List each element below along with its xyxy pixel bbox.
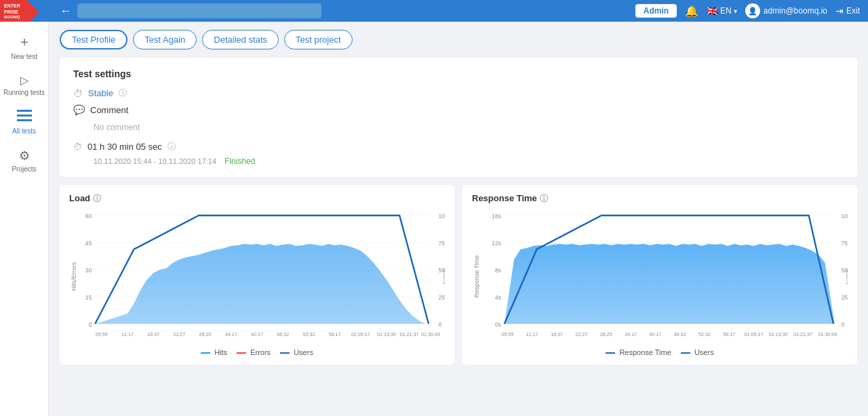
tab-bar: Test Profile Test Again Detailed stats T… xyxy=(60,30,857,49)
bell-icon[interactable]: 🔔 xyxy=(685,5,698,18)
svg-text:22:27: 22:27 xyxy=(173,331,185,337)
svg-text:Hits/Errors: Hits/Errors xyxy=(71,262,77,291)
language-selector[interactable]: 🇬🇧 EN ▾ xyxy=(707,5,737,16)
svg-text:0: 0 xyxy=(841,321,844,328)
svg-text:46:32: 46:32 xyxy=(277,331,289,337)
response-chart-svg: 0s 4s 8s 12s 16s 0 25 50 75 100 Response… xyxy=(472,209,848,344)
avatar: 👤 xyxy=(745,3,760,18)
svg-text:0: 0 xyxy=(89,321,92,328)
sidebar-item-all-tests[interactable]: All tests xyxy=(0,104,48,140)
svg-text:40:17: 40:17 xyxy=(649,331,661,337)
svg-marker-52 xyxy=(505,244,835,324)
logo-text: ENTER PRISE BOOMQ xyxy=(4,3,20,20)
lang-chevron-icon: ▾ xyxy=(734,7,737,15)
svg-rect-2 xyxy=(17,119,32,121)
response-chart-container: 0s 4s 8s 12s 16s 0 25 50 75 100 Response… xyxy=(472,209,848,344)
svg-text:52:32: 52:32 xyxy=(302,331,315,337)
exit-icon: ⇥ xyxy=(835,5,844,16)
svg-text:15: 15 xyxy=(85,294,92,301)
status-info-icon[interactable]: ⓘ xyxy=(119,87,127,99)
tab-test-again[interactable]: Test Again xyxy=(133,30,197,49)
svg-text:100: 100 xyxy=(841,213,848,220)
svg-text:01:30:09: 01:30:09 xyxy=(421,331,440,337)
svg-text:01:30:09: 01:30:09 xyxy=(818,331,837,337)
comment-value-container: No comment xyxy=(94,121,844,133)
svg-text:01:05:17: 01:05:17 xyxy=(351,331,370,337)
response-users-legend-item: Users xyxy=(681,348,714,356)
hits-legend-label: Hits xyxy=(214,348,227,356)
back-button[interactable]: ← xyxy=(60,4,72,18)
comment-row: 💬 Comment xyxy=(73,104,844,115)
sidebar-label-running-tests: Running tests xyxy=(3,89,45,96)
response-chart-legend: Response Time Users xyxy=(472,348,848,356)
time-range-label: 10.11.2020 15:44 - 10.11.2020 17:14 xyxy=(94,157,216,165)
svg-text:01:05:17: 01:05:17 xyxy=(745,331,764,337)
svg-text:16s: 16s xyxy=(492,213,501,220)
svg-text:05:55: 05:55 xyxy=(502,331,514,337)
load-chart-legend: Hits Errors Users xyxy=(69,348,445,356)
svg-text:Users: Users xyxy=(442,268,445,285)
user-menu[interactable]: 👤 admin@boomq.io xyxy=(745,3,827,18)
svg-text:16:37: 16:37 xyxy=(147,331,159,337)
svg-text:0s: 0s xyxy=(495,321,502,328)
sidebar-label-new-test: New test xyxy=(11,53,37,60)
play-icon: ▷ xyxy=(20,74,28,87)
flag-icon: 🇬🇧 xyxy=(707,5,718,16)
tab-detailed-stats[interactable]: Detailed stats xyxy=(202,30,279,49)
sidebar-item-new-test[interactable]: ＋ New test xyxy=(0,27,48,66)
svg-text:75: 75 xyxy=(438,240,445,247)
tab-test-project[interactable]: Test project xyxy=(284,30,352,49)
response-chart-card: Response Timeⓘ 0s 4s 8s 12s xyxy=(462,185,857,365)
exit-button[interactable]: ⇥ Exit xyxy=(835,5,860,16)
svg-rect-1 xyxy=(17,115,32,117)
load-chart-container: 0 15 30 45 60 0 25 50 75 100 Hits/Errors xyxy=(69,209,445,344)
plus-icon: ＋ xyxy=(18,33,31,51)
comment-label: Comment xyxy=(90,105,128,115)
svg-text:75: 75 xyxy=(841,240,848,247)
errors-legend-item: Errors xyxy=(237,348,271,356)
duration-row: ⏱ 01 h 30 min 05 sec ⓘ xyxy=(73,141,844,152)
charts-row: Loadⓘ 0 15 30 45 60 xyxy=(60,185,857,365)
svg-text:30: 30 xyxy=(85,267,92,274)
svg-text:22:27: 22:27 xyxy=(575,331,587,337)
response-chart-info-icon[interactable]: ⓘ xyxy=(540,194,548,203)
status-row: ⏱ Stable ⓘ xyxy=(73,87,844,99)
svg-text:01:13:35: 01:13:35 xyxy=(769,331,788,337)
svg-text:11:17: 11:17 xyxy=(121,331,134,337)
gear-icon: ⚙ xyxy=(19,148,30,163)
duration-info-icon[interactable]: ⓘ xyxy=(167,141,176,152)
svg-text:28:25: 28:25 xyxy=(199,331,212,337)
svg-text:Users: Users xyxy=(845,268,848,285)
svg-text:11:17: 11:17 xyxy=(526,331,538,337)
test-settings-title: Test settings xyxy=(73,68,844,79)
svg-text:16:37: 16:37 xyxy=(551,331,563,337)
svg-text:34:17: 34:17 xyxy=(225,331,237,337)
svg-text:4s: 4s xyxy=(495,294,502,301)
admin-button[interactable]: Admin xyxy=(635,4,677,18)
svg-text:28:25: 28:25 xyxy=(600,331,612,337)
svg-text:40:17: 40:17 xyxy=(251,331,263,337)
svg-text:01:13:35: 01:13:35 xyxy=(377,331,396,337)
svg-text:01:21:37: 01:21:37 xyxy=(400,331,419,337)
svg-marker-20 xyxy=(95,244,425,324)
user-email: admin@boomq.io xyxy=(764,6,827,16)
time-range-row: 10.11.2020 15:44 - 10.11.2020 17:14 Fini… xyxy=(94,157,844,166)
load-chart-svg: 0 15 30 45 60 0 25 50 75 100 Hits/Errors xyxy=(69,209,445,344)
response-chart-title: Response Timeⓘ xyxy=(472,193,848,205)
load-chart-info-icon[interactable]: ⓘ xyxy=(93,194,101,203)
search-input[interactable] xyxy=(77,3,321,18)
svg-text:46:32: 46:32 xyxy=(674,331,686,337)
svg-text:58:17: 58:17 xyxy=(329,331,341,337)
users-legend-label: Users xyxy=(294,348,313,356)
sidebar-item-projects[interactable]: ⚙ Projects xyxy=(0,143,48,178)
test-settings-card: Test settings ⏱ Stable ⓘ 💬 Comment No co… xyxy=(60,58,857,177)
svg-text:100: 100 xyxy=(438,213,445,220)
sidebar-item-running-tests[interactable]: ▷ Running tests xyxy=(0,68,48,102)
svg-text:58:17: 58:17 xyxy=(723,331,735,337)
svg-text:05:55: 05:55 xyxy=(96,331,108,337)
svg-text:34:17: 34:17 xyxy=(625,331,637,337)
tab-test-profile[interactable]: Test Profile xyxy=(60,30,127,49)
exit-label: Exit xyxy=(846,6,860,16)
finished-badge: Finished xyxy=(224,157,255,166)
status-label: Stable xyxy=(88,88,113,98)
